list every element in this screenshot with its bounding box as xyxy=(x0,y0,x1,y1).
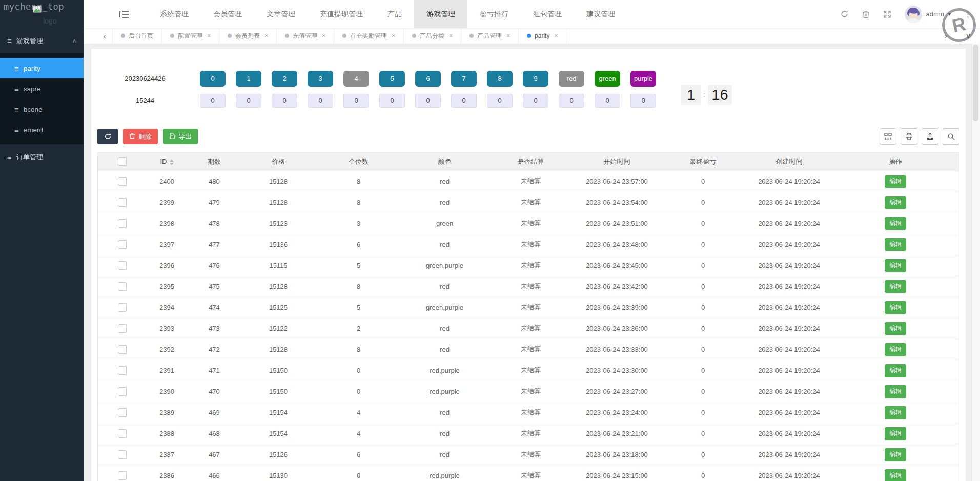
vertical-scrollbar[interactable] xyxy=(971,44,980,481)
sidebar-item-bcone[interactable]: ≡bcone xyxy=(0,99,84,119)
edit-button[interactable]: 编辑 xyxy=(885,448,906,461)
tab-close-icon[interactable]: × xyxy=(554,32,558,39)
bet-option-green[interactable]: green xyxy=(595,71,620,87)
tab-close-icon[interactable]: × xyxy=(207,32,211,39)
bet-option-2[interactable]: 2 xyxy=(272,71,297,87)
bet-option-4[interactable]: 4 xyxy=(343,71,369,87)
row-checkbox[interactable] xyxy=(118,345,127,354)
refresh-icon[interactable] xyxy=(840,10,849,18)
tab-close-icon[interactable]: × xyxy=(506,32,510,39)
bet-option-1[interactable]: 1 xyxy=(236,71,261,87)
tab[interactable]: 会员列表× xyxy=(219,28,277,44)
bet-option-3[interactable]: 3 xyxy=(308,71,333,87)
row-checkbox[interactable] xyxy=(118,450,127,459)
tab-close-icon[interactable]: × xyxy=(264,32,268,39)
topnav-item[interactable]: 文章管理 xyxy=(254,0,308,28)
tab[interactable]: 充值管理× xyxy=(277,28,334,44)
edit-button[interactable]: 编辑 xyxy=(885,343,906,356)
topnav-item[interactable]: 会员管理 xyxy=(201,0,254,28)
bet-option-0[interactable]: 0 xyxy=(200,71,226,87)
sidebar-item-sapre[interactable]: ≡sapre xyxy=(0,78,84,99)
export-button[interactable]: 导出 xyxy=(163,129,198,144)
topnav-item[interactable]: 游戏管理 xyxy=(414,0,467,28)
row-checkbox[interactable] xyxy=(118,219,127,228)
edit-button[interactable]: 编辑 xyxy=(885,280,906,293)
bet-amount-input[interactable]: 0 xyxy=(451,94,477,108)
sort-asc-icon[interactable] xyxy=(170,159,174,162)
bet-amount-input[interactable]: 0 xyxy=(236,94,261,108)
row-checkbox[interactable] xyxy=(118,198,127,207)
sidebar-item-parity[interactable]: ≡parity xyxy=(0,58,84,78)
tab[interactable]: parity× xyxy=(519,28,566,44)
tab[interactable]: 产品管理× xyxy=(461,28,519,44)
topnav-item[interactable]: 建议管理 xyxy=(574,0,627,28)
sidebar-group[interactable]: ≡游戏管理∧ xyxy=(0,28,84,53)
edit-button[interactable]: 编辑 xyxy=(885,175,906,188)
fullscreen-icon[interactable] xyxy=(883,10,891,18)
avatar[interactable] xyxy=(905,6,922,23)
row-checkbox[interactable] xyxy=(118,408,127,417)
edit-button[interactable]: 编辑 xyxy=(885,364,906,377)
bet-amount-input[interactable]: 0 xyxy=(308,94,333,108)
edit-button[interactable]: 编辑 xyxy=(885,427,906,440)
menu-fold-icon[interactable] xyxy=(119,10,129,18)
topnav-item[interactable]: 充值提现管理 xyxy=(308,0,375,28)
edit-button[interactable]: 编辑 xyxy=(885,385,906,398)
bet-option-6[interactable]: 6 xyxy=(415,71,441,87)
sort-desc-icon[interactable] xyxy=(170,163,174,165)
row-checkbox[interactable] xyxy=(118,261,127,270)
columns-icon[interactable] xyxy=(880,128,896,145)
edit-button[interactable]: 编辑 xyxy=(885,238,906,251)
bet-amount-input[interactable]: 0 xyxy=(343,94,369,108)
tab[interactable]: 后台首页 xyxy=(112,28,162,44)
search-icon[interactable] xyxy=(943,128,959,145)
edit-button[interactable]: 编辑 xyxy=(885,406,906,419)
bet-amount-input[interactable]: 0 xyxy=(200,94,226,108)
bet-amount-input[interactable]: 0 xyxy=(523,94,548,108)
sidebar-item-emerd[interactable]: ≡emerd xyxy=(0,119,84,140)
row-checkbox[interactable] xyxy=(118,366,127,375)
bet-option-9[interactable]: 9 xyxy=(523,71,548,87)
tab-close-icon[interactable]: × xyxy=(322,32,325,39)
tab-close-icon[interactable]: × xyxy=(392,32,395,39)
topnav-item[interactable]: 盈亏排行 xyxy=(467,0,521,28)
edit-button[interactable]: 编辑 xyxy=(885,217,906,230)
row-checkbox[interactable] xyxy=(118,387,127,396)
row-checkbox[interactable] xyxy=(118,429,127,438)
bet-amount-input[interactable]: 0 xyxy=(559,94,584,108)
bet-option-8[interactable]: 8 xyxy=(487,71,513,87)
row-checkbox[interactable] xyxy=(118,471,127,480)
row-checkbox[interactable] xyxy=(118,324,127,333)
delete-button[interactable]: 删除 xyxy=(123,129,158,144)
bet-option-red[interactable]: red xyxy=(559,71,584,87)
sidebar-group[interactable]: ≡订单管理 xyxy=(0,144,84,170)
bet-amount-input[interactable]: 0 xyxy=(272,94,297,108)
edit-button[interactable]: 编辑 xyxy=(885,196,906,209)
bet-amount-input[interactable]: 0 xyxy=(487,94,513,108)
row-checkbox[interactable] xyxy=(118,177,127,186)
bet-amount-input[interactable]: 0 xyxy=(630,94,656,108)
bet-amount-input[interactable]: 0 xyxy=(415,94,441,108)
row-checkbox[interactable] xyxy=(118,240,127,249)
select-all-checkbox[interactable] xyxy=(118,157,127,166)
tabs-scroll-left-icon[interactable]: ‹ xyxy=(97,32,112,40)
refresh-button[interactable] xyxy=(97,129,118,144)
row-checkbox[interactable] xyxy=(118,282,127,291)
tab[interactable]: 配置管理× xyxy=(162,28,219,44)
sort-icon[interactable] xyxy=(170,159,174,165)
bet-option-7[interactable]: 7 xyxy=(451,71,477,87)
export-data-icon[interactable] xyxy=(922,128,938,145)
bet-option-5[interactable]: 5 xyxy=(379,71,405,87)
trash-icon[interactable] xyxy=(862,10,870,18)
topnav-item[interactable]: 红包管理 xyxy=(521,0,574,28)
edit-button[interactable]: 编辑 xyxy=(885,301,906,314)
edit-button[interactable]: 编辑 xyxy=(885,322,906,335)
tab-close-icon[interactable]: × xyxy=(449,32,453,39)
edit-button[interactable]: 编辑 xyxy=(885,259,906,272)
bet-amount-input[interactable]: 0 xyxy=(379,94,405,108)
tab[interactable]: 产品分类× xyxy=(404,28,461,44)
print-icon[interactable] xyxy=(901,128,917,145)
tab[interactable]: 首充奖励管理× xyxy=(334,28,404,44)
topnav-item[interactable]: 产品 xyxy=(375,0,414,28)
topnav-item[interactable]: 系统管理 xyxy=(148,0,201,28)
